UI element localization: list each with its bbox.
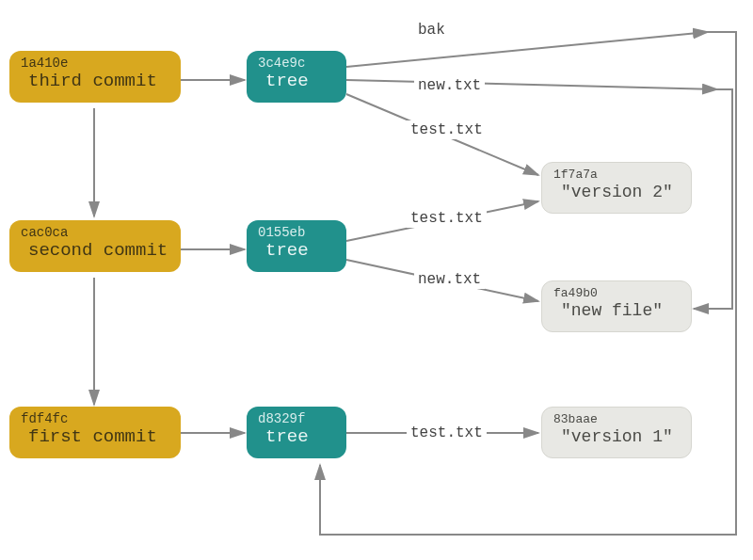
git-object-graph: { "commits": [ { "hash": "1a410e", "labe… bbox=[0, 0, 753, 560]
svg-line-5 bbox=[346, 32, 708, 67]
commit-label: second commit bbox=[21, 240, 169, 263]
tree-hash: d8329f bbox=[258, 412, 335, 426]
tree-hash: 3c4e9c bbox=[258, 56, 335, 71]
blob-hash: 1f7a7a bbox=[553, 168, 680, 182]
tree-label: tree bbox=[258, 71, 335, 93]
commit-hash: 1a410e bbox=[21, 56, 169, 71]
tree-label: tree bbox=[258, 240, 335, 263]
commit-hash: cac0ca bbox=[21, 226, 169, 240]
blob-hash: fa49b0 bbox=[553, 287, 680, 300]
commit-first: fdf4fc first commit bbox=[9, 407, 181, 458]
blob-newfile: fa49b0 "new file" bbox=[541, 280, 692, 332]
tree-3c4e9c: 3c4e9c tree bbox=[247, 51, 346, 103]
edge-label-testtxt: test.txt bbox=[407, 424, 487, 442]
svg-line-6 bbox=[346, 80, 717, 89]
blob-version2: 1f7a7a "version 2" bbox=[541, 162, 692, 214]
blob-hash: 83baae bbox=[553, 413, 680, 426]
tree-d8329f: d8329f tree bbox=[247, 407, 346, 458]
blob-version1: 83baae "version 1" bbox=[541, 407, 692, 458]
tree-0155eb: 0155eb tree bbox=[247, 220, 346, 272]
commit-second: cac0ca second commit bbox=[9, 220, 181, 272]
edge-label-testtxt: test.txt bbox=[407, 120, 487, 139]
blob-label: "new file" bbox=[553, 300, 680, 322]
tree-label: tree bbox=[258, 426, 335, 449]
commit-label: third commit bbox=[21, 71, 169, 93]
tree-hash: 0155eb bbox=[258, 226, 335, 240]
commit-third: 1a410e third commit bbox=[9, 51, 181, 103]
edge-label-newtxt: new.txt bbox=[414, 76, 485, 95]
blob-label: "version 2" bbox=[553, 182, 680, 203]
edge-label-testtxt: test.txt bbox=[407, 209, 487, 228]
edge-label-newtxt: new.txt bbox=[414, 270, 485, 289]
commit-hash: fdf4fc bbox=[21, 412, 169, 426]
edge-label-bak: bak bbox=[414, 21, 449, 40]
commit-label: first commit bbox=[21, 426, 169, 449]
blob-label: "version 1" bbox=[553, 426, 680, 448]
